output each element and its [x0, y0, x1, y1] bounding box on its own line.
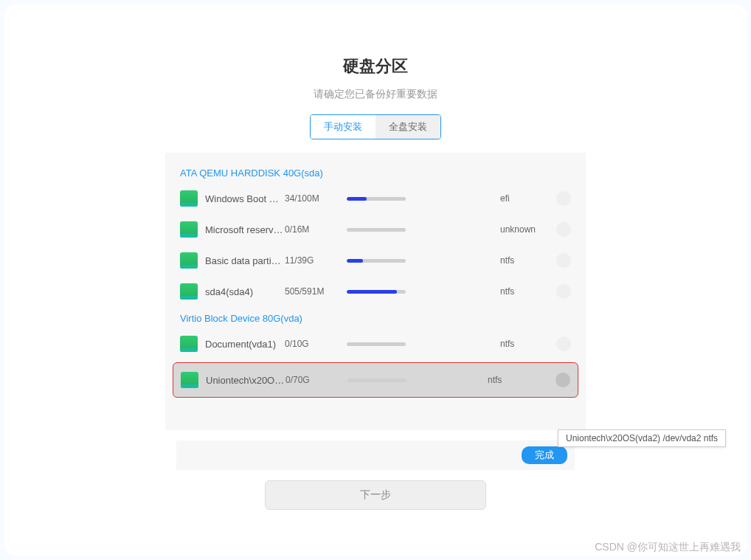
status-bar: 完成 [176, 440, 575, 470]
watermark: CSDN @你可知这世上再难遇我 [595, 541, 741, 554]
partition-name: Microsoft reserv… [205, 224, 285, 235]
header: 硬盘分区 请确定您已备份好重要数据 手动安装 全盘安装 [4, 55, 747, 139]
installer-window: 硬盘分区 请确定您已备份好重要数据 手动安装 全盘安装 ATA QEMU HAR… [4, 4, 747, 556]
partition-name: Document(vda1) [205, 339, 285, 350]
partition-row[interactable]: Microsoft reserv… 0/16M unknown [173, 214, 578, 245]
partition-size: 34/100M [285, 193, 330, 204]
usage-bar [347, 228, 406, 232]
partition-name: sda4(sda4) [205, 286, 285, 297]
tab-manual-install[interactable]: 手动安装 [311, 115, 376, 139]
partition-row[interactable]: Document(vda1) 0/10G ntfs [173, 328, 578, 359]
disk-icon [180, 283, 198, 300]
install-mode-tabs: 手动安装 全盘安装 [310, 114, 441, 139]
partition-size: 11/39G [285, 255, 330, 266]
disk-icon [181, 372, 198, 388]
partition-action-icon[interactable] [556, 253, 571, 268]
partition-tooltip: Uniontech\x20OS(vda2) /dev/vda2 ntfs [558, 429, 726, 447]
partition-name: Basic data parti… [205, 255, 285, 266]
partition-name: Uniontech\x20O… [206, 375, 285, 386]
partition-action-icon[interactable] [556, 191, 571, 206]
partition-action-icon[interactable] [556, 284, 571, 299]
partition-fs: ntfs [500, 286, 546, 297]
partition-fs: unknown [500, 224, 546, 235]
partition-size: 505/591M [285, 286, 330, 297]
partition-size: 0/16M [285, 224, 330, 235]
disk-icon [180, 221, 198, 238]
disk-icon [180, 336, 198, 352]
disk-header-vda: Virtio Block Device 80G(vda) [173, 307, 578, 328]
partition-row-selected[interactable]: Uniontech\x20O… 0/70G ntfs [173, 362, 578, 398]
tab-full-disk-install[interactable]: 全盘安装 [376, 115, 440, 139]
disk-icon [180, 252, 198, 269]
usage-bar [347, 342, 406, 346]
usage-bar [347, 290, 406, 294]
page-title: 硬盘分区 [4, 55, 747, 77]
done-button[interactable]: 完成 [522, 446, 567, 464]
partition-name: Windows Boot … [205, 193, 285, 204]
usage-bar [347, 378, 406, 382]
partition-size: 0/70G [285, 375, 331, 385]
partition-list-panel: ATA QEMU HARDDISK 40G(sda) Windows Boot … [165, 153, 586, 430]
partition-size: 0/10G [285, 339, 330, 349]
partition-row[interactable]: Windows Boot … 34/100M efi [173, 183, 578, 214]
disk-icon [180, 190, 198, 207]
page-subtitle: 请确定您已备份好重要数据 [4, 88, 747, 101]
partition-row[interactable]: sda4(sda4) 505/591M ntfs [173, 276, 578, 307]
usage-bar [347, 197, 406, 201]
next-button[interactable]: 下一步 [265, 480, 486, 510]
partition-row[interactable]: Basic data parti… 11/39G ntfs [173, 245, 578, 276]
usage-bar [347, 259, 406, 263]
partition-fs: efi [500, 193, 546, 204]
partition-action-icon[interactable] [556, 373, 570, 387]
partition-action-icon[interactable] [556, 336, 571, 351]
partition-fs: ntfs [500, 339, 546, 349]
partition-fs: ntfs [488, 375, 533, 385]
partition-action-icon[interactable] [556, 222, 571, 237]
disk-header-sda: ATA QEMU HARDDISK 40G(sda) [173, 162, 578, 183]
partition-fs: ntfs [500, 255, 546, 266]
